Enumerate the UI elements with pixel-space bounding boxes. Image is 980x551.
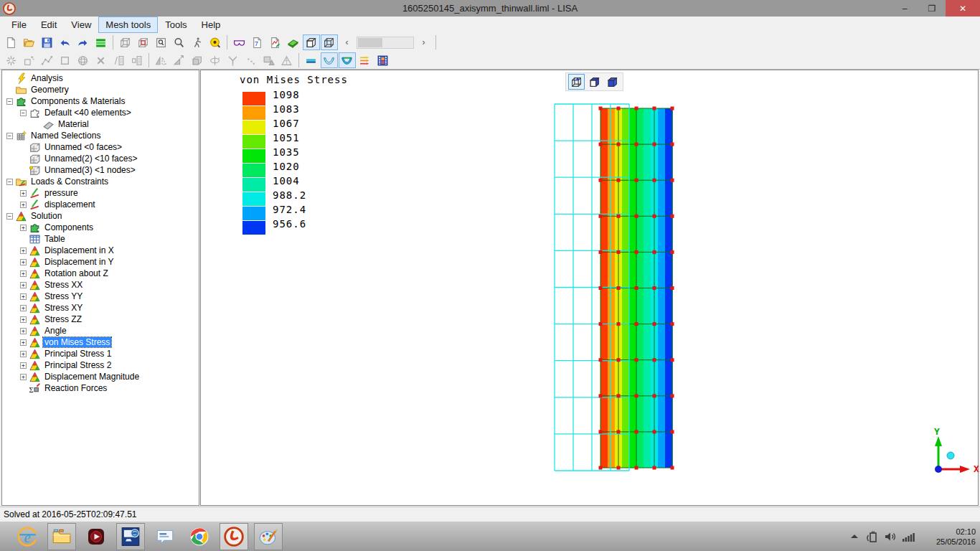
expand-box[interactable]: + (20, 316, 27, 323)
tree-item-solution[interactable]: −Solution (2, 210, 199, 222)
redo-button[interactable] (75, 34, 92, 50)
viewport[interactable]: von Mises Stress 10981083106710511035102… (200, 70, 979, 506)
tree-item-named-selections[interactable]: −Named Selections (2, 130, 199, 141)
expand-box[interactable]: + (20, 293, 27, 300)
collapse-box[interactable]: − (6, 213, 13, 220)
scroll-left-button[interactable]: ‹ (339, 34, 356, 50)
taskbar-internet-explorer[interactable]: e (13, 523, 42, 550)
tree-item-rotation-about-z[interactable]: +Rotation about Z (2, 268, 199, 279)
volume-icon[interactable] (884, 530, 897, 543)
clock[interactable]: 02:10 25/05/2016 (924, 527, 976, 547)
scale-elements-button[interactable] (171, 52, 188, 68)
expand-box[interactable]: + (20, 259, 27, 265)
taskbar-paint[interactable] (254, 523, 283, 550)
glasses-3d-button[interactable] (231, 34, 248, 50)
expand-box[interactable]: + (20, 282, 27, 288)
taskbar-remote-desktop[interactable] (116, 523, 145, 550)
tree-item-von-mises-stress[interactable]: +von Mises Stress (2, 336, 199, 348)
expand-box[interactable]: + (20, 248, 27, 254)
add-volume-button[interactable] (75, 52, 92, 68)
main-scroll-thumb[interactable] (358, 38, 382, 47)
main-scroll-track[interactable] (357, 37, 414, 49)
tree-item-unnamed-3-1-nodes[interactable]: Unnamed(3) <1 nodes> (2, 164, 199, 176)
pyramid-convert-button[interactable] (278, 52, 296, 68)
expand-box[interactable]: + (20, 305, 27, 311)
add-line-button[interactable] (39, 52, 56, 68)
extrude-elements-button[interactable] (189, 52, 206, 68)
tree-item-stress-xy[interactable]: +Stress XY (2, 302, 199, 314)
mirror-elements-button[interactable] (153, 52, 170, 68)
animate-button[interactable] (374, 52, 392, 68)
menu-view[interactable]: View (64, 17, 98, 33)
collapse-box[interactable]: − (20, 110, 27, 116)
tree-item-geometry[interactable]: Geometry (2, 84, 199, 95)
network-signal-icon[interactable] (902, 530, 915, 543)
tree-item-analysis-static-axisymmetric[interactable]: Analysis (2, 72, 199, 84)
refine-elements-button[interactable] (242, 52, 260, 68)
tree-item-displacement-in-y[interactable]: +Displacement in Y (2, 256, 199, 268)
undo-button[interactable] (57, 34, 74, 50)
expand-box[interactable]: + (20, 202, 27, 208)
tree-item-stress-yy[interactable]: +Stress YY (2, 291, 199, 302)
expand-box[interactable]: + (20, 362, 27, 369)
menu-file[interactable]: File (4, 17, 34, 33)
tree-item-components[interactable]: +Components (2, 222, 199, 233)
new-document-button[interactable] (3, 34, 20, 50)
tree-item-loads-constraints[interactable]: −Loads & Constraints (2, 176, 199, 187)
tree-item-default-40-elements[interactable]: −Default <40 elements> (2, 107, 199, 118)
tree-item-reaction-forces[interactable]: ΣReaction Forces (2, 382, 199, 394)
scroll-right-button[interactable]: › (415, 34, 433, 50)
expand-box[interactable]: + (20, 270, 27, 277)
show-loads-button[interactable] (357, 52, 374, 68)
tree-item-displacement[interactable]: +displacement (2, 199, 199, 210)
zoom-box-button[interactable] (153, 34, 170, 50)
tree-item-unnamed-2-10-faces[interactable]: Unnamed(2) <10 faces> (2, 153, 199, 164)
tree-item-principal-stress-2[interactable]: +Principal Stress 2 (2, 359, 199, 371)
tree-item-angle[interactable]: +Angle (2, 325, 199, 336)
save-file-button[interactable] (39, 34, 56, 50)
zoom-extents-button[interactable] (207, 34, 224, 50)
eraser-button[interactable] (285, 34, 302, 50)
open-file-button[interactable] (21, 34, 38, 50)
tree-item-pressure[interactable]: +pressure (2, 187, 199, 199)
tree-item-components-materials[interactable]: −Components & Materials (2, 95, 199, 107)
sketch-page-button[interactable] (267, 34, 284, 50)
deformed-view-button[interactable] (321, 52, 338, 68)
tree-item-unnamed-0-faces[interactable]: Unnamed <0 faces> (2, 141, 199, 153)
surface-fit-button[interactable] (260, 52, 278, 68)
add-node-button[interactable] (3, 52, 20, 68)
expand-box[interactable]: + (20, 339, 27, 346)
shell-thickness-button[interactable] (303, 52, 320, 68)
taskbar-messaging[interactable] (151, 523, 179, 550)
add-face-button[interactable] (57, 52, 74, 68)
menu-edit[interactable]: Edit (34, 17, 64, 33)
close-button[interactable]: ✕ (946, 0, 980, 17)
menu-mesh-tools[interactable]: Mesh tools (98, 17, 158, 33)
collapse-box[interactable]: − (6, 98, 13, 105)
maximize-button[interactable]: ❐ (918, 0, 946, 17)
shaded-view-button[interactable] (303, 34, 320, 50)
collapse-box[interactable]: − (6, 133, 13, 139)
expand-box[interactable]: + (20, 328, 27, 334)
report-page-button[interactable]: 7 (249, 34, 266, 50)
expand-box[interactable]: + (20, 374, 27, 380)
menu-help[interactable]: Help (194, 17, 228, 33)
add-element-button[interactable] (21, 52, 38, 68)
tree-item-principal-stress-1[interactable]: +Principal Stress 1 (2, 348, 199, 359)
delete-selected-button[interactable] (93, 52, 110, 68)
power-battery-icon[interactable] (866, 530, 879, 543)
taskbar-file-explorer[interactable] (47, 523, 76, 550)
tree-item-material[interactable]: Material (2, 118, 199, 130)
show-hidden-icons[interactable] (848, 530, 861, 543)
minimize-button[interactable]: – (891, 0, 918, 17)
expand-box[interactable]: + (20, 225, 27, 231)
rotate-copy-button[interactable] (207, 52, 224, 68)
tree-item-displacement-in-x[interactable]: +Displacement in X (2, 245, 199, 256)
renumber-elements-button[interactable] (128, 52, 146, 68)
taskbar-lisa[interactable] (220, 523, 248, 550)
tree-item-displacement-magnitude[interactable]: +Displacement Magnitude (2, 371, 199, 382)
axes-cube-button[interactable] (135, 34, 152, 50)
tree-item-table[interactable]: Table (2, 233, 199, 245)
walk-through-button[interactable] (189, 34, 206, 50)
collapse-box[interactable]: − (6, 179, 13, 185)
